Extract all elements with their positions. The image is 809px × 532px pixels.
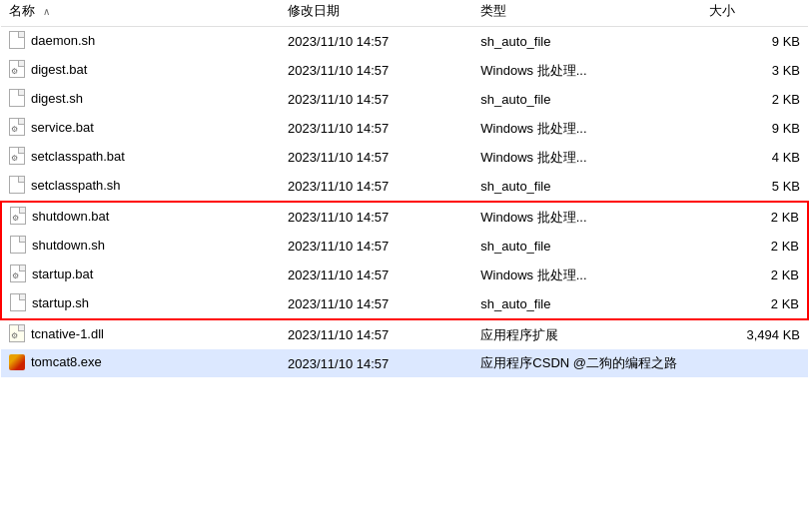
file-icon [9,31,25,49]
table-row[interactable]: service.bat 2023/11/10 14:57 Windows 批处理… [1,114,808,143]
cell-size: 2 KB [701,289,808,319]
table-row[interactable]: startup.sh 2023/11/10 14:57 sh_auto_file… [1,289,808,319]
file-name-text: shutdown.sh [32,238,105,253]
cell-date: 2023/11/10 14:57 [280,319,472,349]
cell-type: Windows 批处理... [472,202,700,232]
cell-size: 3,494 KB [701,319,808,349]
cell-size: 4 KB [701,143,808,172]
table-row[interactable]: tcnative-1.dll 2023/11/10 14:57 应用程序扩展 3… [1,319,808,349]
cell-type: sh_auto_file [472,172,700,202]
cell-date: 2023/11/10 14:57 [280,56,472,85]
cell-name: startup.bat [1,261,280,289]
file-label: shutdown.bat [10,207,109,225]
file-label: shutdown.sh [10,236,105,254]
cell-size: 2 KB [701,85,808,114]
file-name-text: digest.sh [31,91,83,106]
cell-name: shutdown.sh [1,232,280,261]
cell-date: 2023/11/10 14:57 [280,114,472,143]
cell-date: 2023/11/10 14:57 [280,349,472,377]
cell-type: Windows 批处理... [472,261,700,289]
file-name-text: daemon.sh [31,33,95,48]
file-explorer-container[interactable]: 名称 ∧ 修改日期 类型 大小 daemon.sh 2023 [0,0,809,532]
file-name-text: startup.sh [32,295,89,310]
file-name-text: setclasspath.sh [31,178,121,193]
cell-date: 2023/11/10 14:57 [280,85,472,114]
bat-icon [9,118,25,136]
table-row[interactable]: startup.bat 2023/11/10 14:57 Windows 批处理… [1,261,808,289]
file-label: tomcat8.exe [9,354,102,370]
file-icon [10,293,26,311]
cell-type: Windows 批处理... [472,143,700,172]
cell-type: Windows 批处理... [472,56,700,85]
cell-type: sh_auto_file [472,85,700,114]
file-name-text: digest.bat [31,62,87,77]
cell-name: setclasspath.bat [1,143,280,172]
table-row[interactable]: shutdown.bat 2023/11/10 14:57 Windows 批处… [1,202,808,232]
exe-icon [9,354,25,370]
cell-name: startup.sh [1,289,280,319]
cell-size: 2 KB [701,202,808,232]
table-row[interactable]: daemon.sh 2023/11/10 14:57 sh_auto_file … [1,27,808,57]
bat-icon [10,265,26,282]
file-icon [9,176,25,194]
cell-name: daemon.sh [1,27,280,57]
cell-date: 2023/11/10 14:57 [280,261,472,289]
cell-type: sh_auto_file [472,289,700,319]
sort-arrow-name: ∧ [43,6,50,17]
file-icon [10,236,26,254]
bat-icon [10,207,26,225]
file-label: setclasspath.bat [9,147,125,165]
cell-name: service.bat [1,114,280,143]
cell-date: 2023/11/10 14:57 [280,202,472,232]
file-label: digest.bat [9,60,87,78]
cell-type: sh_auto_file [472,27,700,57]
cell-type: 应用程序CSDN @二狗的编程之路 [472,349,700,377]
table-row[interactable]: digest.sh 2023/11/10 14:57 sh_auto_file … [1,85,808,114]
dll-icon [9,324,25,342]
file-label: startup.sh [10,293,89,311]
header-name[interactable]: 名称 ∧ [1,0,280,27]
cell-size: 9 KB [701,27,808,57]
cell-size: 3 KB [701,56,808,85]
file-label: tcnative-1.dll [9,324,104,342]
cell-size [701,349,808,377]
file-name-text: startup.bat [32,266,93,281]
table-row[interactable]: shutdown.sh 2023/11/10 14:57 sh_auto_fil… [1,232,808,261]
header-date[interactable]: 修改日期 [280,0,472,27]
cell-size: 5 KB [701,172,808,202]
table-header: 名称 ∧ 修改日期 类型 大小 [1,0,808,27]
cell-date: 2023/11/10 14:57 [280,232,472,261]
bat-icon [9,147,25,165]
file-table: 名称 ∧ 修改日期 类型 大小 daemon.sh 2023 [0,0,809,377]
file-label: daemon.sh [9,31,95,49]
file-list-body: daemon.sh 2023/11/10 14:57 sh_auto_file … [1,27,808,378]
cell-name: tcnative-1.dll [1,319,280,349]
table-row[interactable]: digest.bat 2023/11/10 14:57 Windows 批处理.… [1,56,808,85]
file-label: digest.sh [9,89,83,107]
file-name-text: tomcat8.exe [31,354,102,369]
cell-name: digest.sh [1,85,280,114]
file-name-text: service.bat [31,120,94,135]
cell-type: 应用程序扩展 [472,319,700,349]
header-size[interactable]: 大小 [701,0,808,27]
cell-size: 2 KB [701,232,808,261]
cell-name: tomcat8.exe [1,349,280,377]
file-icon [9,89,25,107]
file-label: startup.bat [10,265,93,282]
file-name-text: tcnative-1.dll [31,326,104,341]
cell-name: digest.bat [1,56,280,85]
cell-name: shutdown.bat [1,202,280,232]
file-name-text: setclasspath.bat [31,149,125,164]
table-row[interactable]: tomcat8.exe 2023/11/10 14:57 应用程序CSDN @二… [1,349,808,377]
table-row[interactable]: setclasspath.bat 2023/11/10 14:57 Window… [1,143,808,172]
cell-date: 2023/11/10 14:57 [280,143,472,172]
header-type[interactable]: 类型 [472,0,700,27]
cell-date: 2023/11/10 14:57 [280,172,472,202]
cell-size: 9 KB [701,114,808,143]
cell-date: 2023/11/10 14:57 [280,27,472,57]
cell-type: sh_auto_file [472,232,700,261]
cell-type: Windows 批处理... [472,114,700,143]
cell-size: 2 KB [701,261,808,289]
cell-name: setclasspath.sh [1,172,280,202]
table-row[interactable]: setclasspath.sh 2023/11/10 14:57 sh_auto… [1,172,808,202]
